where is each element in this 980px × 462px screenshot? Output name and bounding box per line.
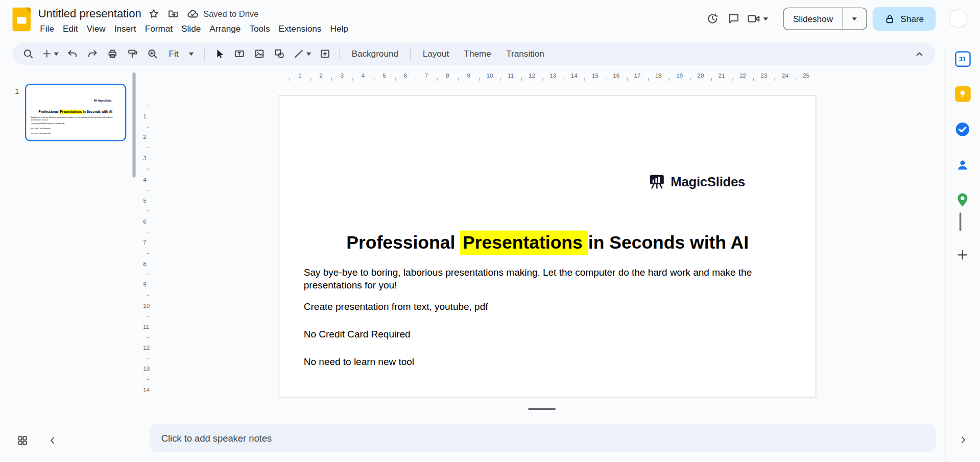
ruler-tick [775, 78, 775, 81]
slides-app-icon[interactable] [12, 8, 30, 32]
slide-body[interactable]: Say bye-bye to boring, laborious present… [304, 265, 774, 382]
menu-help[interactable]: Help [326, 22, 352, 36]
filmstrip-scrollbar[interactable] [132, 72, 135, 178]
keep-icon[interactable] [950, 81, 975, 106]
saved-status-label[interactable]: Saved to Drive [203, 9, 258, 18]
text-box-icon[interactable] [230, 44, 249, 63]
background-button[interactable]: Background [345, 45, 405, 62]
new-slide-dropdown-caret[interactable] [54, 52, 59, 55]
move-folder-icon[interactable] [166, 7, 180, 20]
share-button-label: Share [900, 14, 924, 24]
ruler-number: 17 [634, 72, 641, 79]
meet-dropdown-caret[interactable] [763, 17, 768, 20]
ruler-tick [458, 78, 459, 81]
previous-slide-icon[interactable] [42, 430, 63, 451]
slideshow-dropdown[interactable] [842, 8, 866, 30]
ruler-tick [585, 78, 585, 81]
ruler-tick [521, 78, 522, 81]
ruler-number: 22 [739, 72, 746, 79]
grid-view-icon[interactable] [12, 430, 33, 451]
insert-shape-icon[interactable] [270, 44, 289, 63]
collapse-toolbar-icon[interactable] [910, 44, 929, 63]
magicslides-logo-text: MagicSlides [671, 174, 745, 189]
ruler-number: 14 [571, 72, 578, 79]
menu-slide[interactable]: Slide [177, 22, 205, 36]
share-button[interactable]: Share [872, 7, 936, 31]
ruler-tick [395, 78, 395, 81]
zoom-select[interactable]: Fit [163, 45, 199, 62]
slide-number-label: 1 [15, 87, 19, 95]
ruler-number: 1 [298, 72, 301, 79]
toolbar-divider [339, 47, 340, 60]
ruler-tick [147, 379, 150, 380]
magicslides-logo[interactable]: MagicSlides [650, 174, 745, 189]
ruler-number: 7 [425, 72, 428, 79]
get-addons-icon[interactable] [950, 242, 975, 268]
search-menus-icon[interactable] [19, 44, 38, 63]
ruler-tick [147, 148, 150, 148]
ruler-number: 19 [676, 72, 683, 79]
slideshow-button[interactable]: Slideshow [784, 8, 843, 30]
ruler-tick [147, 337, 150, 337]
ruler-tick [352, 78, 353, 81]
undo-icon[interactable] [63, 44, 82, 63]
ruler-tick [732, 78, 733, 81]
menu-format[interactable]: Format [140, 22, 177, 36]
zoom-icon[interactable] [143, 44, 162, 63]
ruler-tick [147, 168, 150, 169]
redo-icon[interactable] [83, 44, 102, 63]
star-icon[interactable] [147, 7, 161, 20]
ruler-tick [606, 78, 606, 81]
ruler-tick [416, 78, 416, 81]
paint-format-icon[interactable] [123, 44, 142, 63]
transition-button[interactable]: Transition [499, 45, 552, 62]
menu-file[interactable]: File [36, 22, 59, 36]
menu-view[interactable]: View [82, 22, 110, 36]
calendar-icon[interactable]: 31 [950, 46, 975, 71]
ruler-number: 13 [549, 72, 556, 79]
ruler-tick [648, 78, 649, 81]
cloud-saved-icon[interactable] [186, 7, 200, 20]
slide-paragraph: No need to learn new tool [304, 355, 774, 368]
topbar-actions: Slideshow Share [702, 6, 967, 31]
side-rail-scrollbar[interactable] [960, 212, 962, 231]
print-icon[interactable] [103, 44, 122, 63]
select-cursor-icon[interactable] [210, 44, 229, 63]
comments-icon[interactable] [723, 8, 745, 30]
notes-resize-handle[interactable] [528, 408, 556, 410]
speaker-notes[interactable]: Click to add speaker notes [150, 424, 936, 452]
document-title[interactable]: Untitled presentation [38, 7, 141, 20]
slide-canvas[interactable]: MagicSlides Professional Presentations i… [279, 95, 817, 397]
menu-edit[interactable]: Edit [59, 22, 83, 36]
insert-line-button[interactable] [290, 44, 314, 63]
line-dropdown-caret[interactable] [306, 52, 311, 55]
menu-insert[interactable]: Insert [110, 22, 140, 36]
ruler-number: 25 [803, 72, 809, 79]
ruler-tick [147, 274, 150, 275]
version-history-icon[interactable] [702, 8, 723, 30]
join-meet-button[interactable] [744, 12, 770, 25]
show-side-panel-icon[interactable] [952, 429, 974, 451]
slide-paragraph: Create presentation from text, youtube, … [31, 123, 116, 125]
menu-extensions[interactable]: Extensions [274, 22, 326, 36]
layout-button[interactable]: Layout [416, 45, 456, 62]
slide-title[interactable]: Professional Presentations in Seconds wi… [279, 232, 816, 253]
slide-thumbnail[interactable]: MagicSlides Professional Presentations i… [25, 84, 126, 141]
ruler-tick [147, 358, 150, 359]
menu-tools[interactable]: Tools [245, 22, 274, 36]
user-avatar[interactable] [949, 9, 968, 28]
new-slide-button[interactable] [39, 44, 62, 63]
menu-arrange[interactable]: Arrange [205, 22, 245, 36]
ruler-number: 5 [383, 72, 386, 79]
ruler-number: 4 [362, 72, 365, 79]
contacts-icon[interactable] [950, 153, 975, 178]
slide-body: Say bye-bye to boring, laborious present… [31, 116, 116, 137]
insert-image-icon[interactable] [250, 44, 269, 63]
maps-icon[interactable] [950, 187, 975, 212]
slide-paragraph: Say bye-bye to boring, laborious present… [304, 265, 774, 291]
theme-button[interactable]: Theme [457, 45, 498, 62]
tasks-icon[interactable] [950, 117, 975, 142]
slide-paragraph: No Credit Card Required [31, 128, 116, 130]
ruler-number: 16 [613, 72, 619, 79]
insert-placeholder-icon[interactable] [316, 44, 334, 63]
